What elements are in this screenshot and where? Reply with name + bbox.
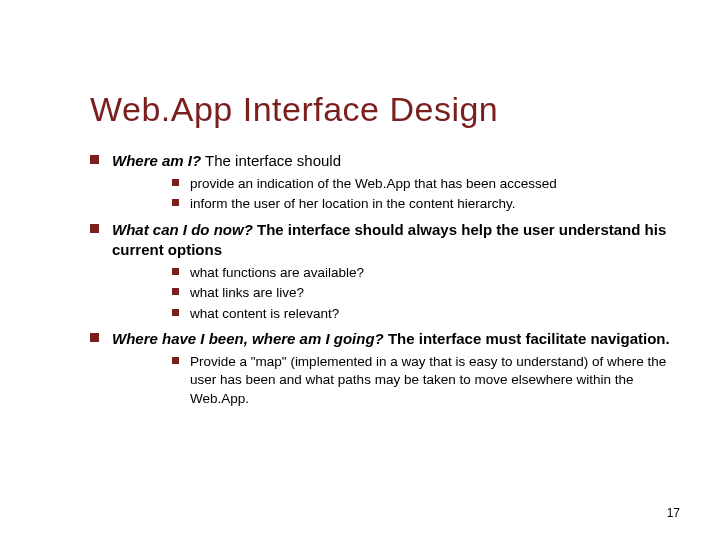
sub-bullet-list: provide an indication of the Web.App tha…	[172, 175, 670, 213]
bullet-emphasis: Where am I?	[112, 152, 201, 169]
slide: Web.App Interface Design Where am I? The…	[0, 0, 720, 540]
sub-bullet-list: Provide a "map" (implemented in a way th…	[172, 353, 670, 408]
bullet-item: Where have I been, where am I going? The…	[90, 329, 670, 408]
bullet-list: Where am I? The interface shouldprovide …	[90, 151, 670, 408]
bullet-text: The interface must facilitate navigation…	[384, 330, 670, 347]
bullet-text: The interface should	[201, 152, 341, 169]
sub-bullet-item: what functions are available?	[172, 264, 670, 282]
bullet-emphasis: What can I do now?	[112, 221, 253, 238]
bullet-item: What can I do now? The interface should …	[90, 220, 670, 323]
sub-bullet-item: Provide a "map" (implemented in a way th…	[172, 353, 670, 408]
sub-bullet-item: inform the user of her location in the c…	[172, 195, 670, 213]
page-number: 17	[667, 506, 680, 520]
bullet-emphasis: Where have I been, where am I going?	[112, 330, 384, 347]
sub-bullet-item: what links are live?	[172, 284, 670, 302]
bullet-item: Where am I? The interface shouldprovide …	[90, 151, 670, 214]
sub-bullet-item: provide an indication of the Web.App tha…	[172, 175, 670, 193]
sub-bullet-list: what functions are available?what links …	[172, 264, 670, 323]
sub-bullet-item: what content is relevant?	[172, 305, 670, 323]
slide-title: Web.App Interface Design	[90, 90, 670, 129]
